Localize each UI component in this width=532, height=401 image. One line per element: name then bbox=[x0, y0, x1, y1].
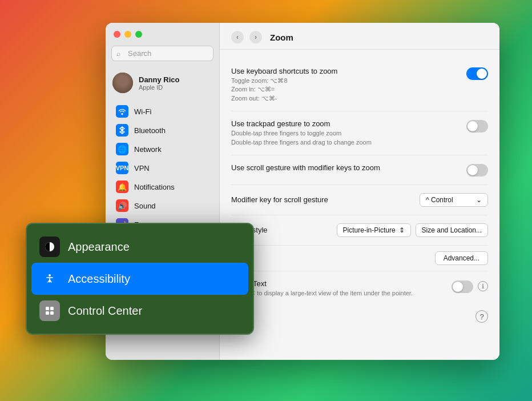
keyboard-shortcuts-label: Use keyboard shortcuts to zoom bbox=[231, 67, 455, 75]
popup-item-appearance[interactable]: Appearance bbox=[31, 231, 248, 263]
popup-item-accessibility[interactable]: Accessibility bbox=[31, 263, 248, 295]
user-profile[interactable]: Danny Rico Apple ID bbox=[106, 68, 219, 98]
trackpad-gesture-text: Use trackpad gesture to zoom Double-tap … bbox=[231, 119, 455, 147]
info-button[interactable]: ℹ bbox=[478, 281, 488, 291]
wifi-icon bbox=[116, 105, 128, 118]
svg-rect-4 bbox=[50, 307, 54, 310]
scroll-gesture-label: Use scroll gesture with modifier keys to… bbox=[231, 163, 455, 172]
chevron-down-icon: ⌄ bbox=[476, 196, 482, 204]
advanced-row: Advanced... bbox=[231, 246, 488, 271]
keyboard-shortcuts-text: Use keyboard shortcuts to zoom Toggle zo… bbox=[231, 67, 455, 103]
maximize-button[interactable] bbox=[135, 31, 142, 38]
sidebar-item-vpn[interactable]: VPN VPN bbox=[109, 159, 216, 177]
sidebar-label-wifi: Wi-Fi bbox=[134, 107, 151, 116]
control-center-popup-icon bbox=[39, 300, 60, 321]
appearance-popup-icon bbox=[39, 236, 60, 257]
search-icon: ⌕ bbox=[116, 50, 120, 58]
trackpad-gesture-label: Use trackpad gesture to zoom bbox=[231, 119, 455, 128]
svg-rect-3 bbox=[46, 307, 49, 310]
toggle-knob-4 bbox=[453, 282, 463, 292]
sidebar-label-notifications: Notifications bbox=[134, 183, 175, 191]
hover-text-sublabel: Press ⌘ to display a large-text view of … bbox=[231, 289, 440, 298]
popup-label-appearance: Appearance bbox=[68, 240, 130, 254]
help-row: ? bbox=[231, 306, 488, 327]
sidebar-label-bluetooth: Bluetooth bbox=[134, 126, 166, 135]
modifier-key-label: Modifier key for scroll gesture bbox=[231, 195, 328, 204]
search-bar[interactable]: ⌕ Search bbox=[111, 46, 213, 61]
scroll-gesture-row: Use scroll gesture with modifier keys to… bbox=[231, 155, 488, 185]
trackpad-gesture-row: Use trackpad gesture to zoom Double-tap … bbox=[231, 111, 488, 155]
page-title: Zoom bbox=[270, 33, 293, 42]
keyboard-shortcuts-toggle[interactable] bbox=[466, 67, 488, 80]
notifications-icon: 🔔 bbox=[116, 181, 128, 193]
hover-text-label: Hover Text bbox=[231, 279, 440, 288]
zoom-popup: Appearance Accessibility Control Center bbox=[26, 223, 254, 335]
sidebar-label-vpn: VPN bbox=[134, 164, 150, 173]
advanced-button[interactable]: Advanced... bbox=[435, 251, 488, 265]
hover-text-controls: ℹ bbox=[452, 280, 488, 293]
keyboard-shortcuts-sublabel: Toggle zoom: ⌥⌘8Zoom in: ⌥⌘=Zoom out: ⌥⌘… bbox=[231, 77, 455, 103]
zoom-style-controls: Picture-in-Picture ⇕ Size and Location..… bbox=[337, 223, 488, 237]
sound-icon: 🔊 bbox=[116, 199, 128, 212]
network-icon: 🌐 bbox=[116, 143, 128, 155]
popup-item-control-center[interactable]: Control Center bbox=[31, 295, 248, 327]
content-body: Use keyboard shortcuts to zoom Toggle zo… bbox=[220, 50, 499, 360]
accessibility-popup-icon bbox=[39, 268, 60, 289]
sidebar-item-notifications[interactable]: 🔔 Notifications bbox=[109, 178, 216, 196]
sidebar-label-network: Network bbox=[134, 145, 162, 154]
bluetooth-icon bbox=[116, 124, 128, 137]
chevron-updown-icon: ⇕ bbox=[399, 226, 405, 234]
modifier-key-row: Modifier key for scroll gesture ^ Contro… bbox=[231, 185, 488, 215]
svg-rect-5 bbox=[46, 311, 49, 315]
vpn-icon: VPN bbox=[116, 162, 128, 174]
help-button[interactable]: ? bbox=[475, 310, 488, 323]
svg-point-2 bbox=[49, 274, 51, 276]
popup-label-accessibility: Accessibility bbox=[68, 272, 130, 286]
user-name: Danny Rico bbox=[139, 75, 180, 84]
keyboard-shortcuts-row: Use keyboard shortcuts to zoom Toggle zo… bbox=[231, 59, 488, 111]
minimize-button[interactable] bbox=[124, 31, 131, 38]
trackpad-gesture-sublabel: Double-tap three fingers to toggle zoomD… bbox=[231, 129, 455, 147]
sidebar-item-network[interactable]: 🌐 Network bbox=[109, 140, 216, 158]
main-content: ‹ › Zoom Use keyboard shortcuts to zoom … bbox=[220, 23, 499, 360]
sidebar-item-wifi[interactable]: Wi-Fi bbox=[109, 102, 216, 121]
search-placeholder: Search bbox=[128, 49, 151, 58]
popup-label-control-center: Control Center bbox=[68, 304, 142, 318]
modifier-key-dropdown[interactable]: ^ Control ⌄ bbox=[420, 193, 488, 207]
toggle-knob bbox=[477, 69, 487, 79]
hover-text-row: Hover Text Press ⌘ to display a large-te… bbox=[231, 271, 488, 306]
zoom-style-dropdown[interactable]: Picture-in-Picture ⇕ bbox=[337, 223, 411, 237]
hover-text-text: Hover Text Press ⌘ to display a large-te… bbox=[231, 279, 440, 298]
sidebar-item-sound[interactable]: 🔊 Sound bbox=[109, 197, 216, 215]
user-info: Danny Rico Apple ID bbox=[139, 75, 180, 91]
content-header: ‹ › Zoom bbox=[220, 23, 499, 50]
hover-text-toggle[interactable] bbox=[452, 280, 473, 293]
zoom-style-row: Zoom style Picture-in-Picture ⇕ Size and… bbox=[231, 215, 488, 246]
traffic-lights bbox=[114, 31, 142, 38]
modifier-key-value: ^ Control bbox=[426, 196, 453, 204]
trackpad-gesture-toggle[interactable] bbox=[466, 120, 488, 133]
scroll-gesture-toggle[interactable] bbox=[466, 164, 488, 177]
sidebar-label-sound: Sound bbox=[134, 202, 156, 210]
user-subtitle: Apple ID bbox=[139, 84, 180, 91]
sidebar-item-bluetooth[interactable]: Bluetooth bbox=[109, 121, 216, 139]
toggle-knob-2 bbox=[467, 121, 478, 131]
zoom-style-value: Picture-in-Picture bbox=[343, 226, 396, 234]
scroll-gesture-text: Use scroll gesture with modifier keys to… bbox=[231, 163, 455, 173]
back-button[interactable]: ‹ bbox=[231, 31, 244, 43]
avatar bbox=[112, 73, 133, 93]
svg-rect-6 bbox=[50, 311, 54, 315]
forward-button[interactable]: › bbox=[249, 31, 262, 43]
size-location-button[interactable]: Size and Location... bbox=[416, 223, 488, 237]
toggle-knob-3 bbox=[467, 165, 478, 175]
close-button[interactable] bbox=[114, 31, 120, 38]
sidebar-section-network: Wi-Fi Bluetooth 🌐 Network VPN VPN bbox=[106, 102, 219, 178]
